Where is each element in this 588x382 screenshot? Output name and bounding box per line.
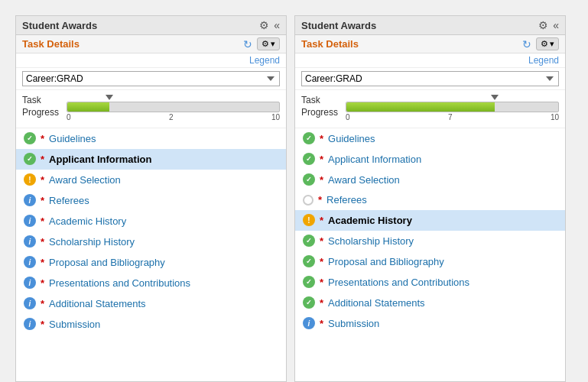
required-marker: * [41, 319, 44, 330]
nav-item-label-award-selection: Award Selection [49, 174, 121, 186]
panel-title: Student Awards [301, 20, 376, 31]
status-info-icon [24, 194, 36, 206]
required-marker: * [41, 215, 44, 227]
progress-thumb-icon [491, 95, 499, 100]
nav-item-label-applicant-information: Applicant Information [328, 154, 421, 165]
gear-icon[interactable]: ⚙ [259, 19, 269, 31]
nav-item-academic-history[interactable]: * Academic History [295, 210, 565, 231]
nav-item-academic-history[interactable]: * Academic History [16, 211, 286, 231]
nav-item-guidelines[interactable]: * Guidelines [16, 128, 286, 149]
progress-track[interactable] [346, 102, 559, 112]
nav-item-label-academic-history: Academic History [328, 215, 412, 226]
nav-item-applicant-information[interactable]: * Applicant Information [16, 149, 286, 170]
panel-header: Student Awards⚙« [295, 16, 565, 35]
nav-item-submission[interactable]: * Submission [16, 314, 286, 335]
status-complete-icon [303, 296, 315, 309]
progress-thumb-row [67, 95, 280, 100]
nav-item-label-academic-history: Academic History [49, 215, 126, 227]
nav-item-applicant-information[interactable]: * Applicant Information [295, 149, 565, 170]
dropdown-arrow-icon: ▾ [271, 39, 275, 49]
status-warning-icon [24, 173, 36, 186]
career-select[interactable]: Career:GRAD [22, 71, 280, 86]
required-marker: * [320, 215, 323, 226]
required-marker: * [41, 257, 44, 268]
legend-row: Legend [16, 53, 286, 68]
progress-fill [67, 102, 109, 112]
status-info-icon [24, 277, 36, 289]
nav-item-award-selection[interactable]: * Award Selection [295, 170, 565, 190]
panel-left: Student Awards⚙«Task Details↻⚙▾LegendCar… [15, 15, 287, 382]
required-marker: * [41, 174, 44, 186]
progress-track[interactable] [67, 102, 280, 112]
nav-item-presentations-contributions[interactable]: * Presentations and Contributions [295, 272, 565, 293]
career-row: Career:GRAD [16, 68, 286, 90]
progress-label: Task Progress [301, 95, 339, 118]
panel-title: Student Awards [22, 20, 97, 31]
panel-header-icons: ⚙« [538, 19, 559, 31]
nav-item-label-presentations-contributions: Presentations and Contributions [49, 277, 190, 289]
nav-item-label-submission: Submission [49, 319, 100, 330]
status-warning-icon [303, 214, 315, 226]
legend-row: Legend [295, 53, 565, 68]
panel-header-icons: ⚙« [259, 19, 280, 31]
progress-thumb-row [346, 95, 559, 100]
career-select[interactable]: Career:GRAD [301, 71, 559, 86]
task-details-controls: ↻⚙▾ [522, 37, 559, 50]
status-complete-icon [303, 153, 315, 165]
required-marker: * [320, 133, 323, 144]
legend-link[interactable]: Legend [249, 55, 280, 66]
progress-marker: 7 [448, 113, 453, 121]
progress-track-area: 0210 [67, 95, 280, 121]
nav-item-proposal-bibliography[interactable]: * Proposal and Bibliography [295, 251, 565, 272]
status-complete-icon [303, 235, 315, 247]
nav-item-referees[interactable]: * Referees [295, 190, 565, 210]
nav-item-guidelines[interactable]: * Guidelines [295, 128, 565, 149]
refresh-icon[interactable]: ↻ [243, 38, 252, 50]
status-complete-icon [303, 173, 315, 186]
gear-small-icon: ⚙ [541, 39, 548, 49]
nav-item-label-referees: Referees [49, 195, 89, 206]
progress-section: Task Progress0210 [16, 90, 286, 128]
dropdown-arrow-icon: ▾ [550, 39, 554, 49]
required-marker: * [41, 154, 44, 165]
nav-item-label-award-selection: Award Selection [328, 174, 400, 186]
nav-item-presentations-contributions[interactable]: * Presentations and Contributions [16, 273, 286, 293]
required-marker: * [320, 256, 323, 267]
nav-item-label-guidelines: Guidelines [328, 133, 375, 144]
nav-item-label-presentations-contributions: Presentations and Contributions [328, 277, 469, 288]
progress-thumb-icon [106, 95, 113, 100]
progress-markers: 0710 [346, 113, 559, 121]
panel-header: Student Awards⚙« [16, 16, 286, 35]
nav-item-submission[interactable]: * Submission [295, 313, 565, 334]
settings-dropdown-button[interactable]: ⚙▾ [536, 37, 559, 50]
status-complete-icon [303, 132, 315, 144]
nav-item-scholarship-history[interactable]: * Scholarship History [16, 231, 286, 252]
refresh-icon[interactable]: ↻ [522, 38, 531, 50]
nav-item-label-scholarship-history: Scholarship History [328, 235, 414, 247]
nav-item-label-additional-statements: Additional Statements [49, 298, 145, 309]
settings-dropdown-button[interactable]: ⚙▾ [257, 37, 280, 50]
nav-item-award-selection[interactable]: * Award Selection [16, 170, 286, 190]
task-details-label: Task Details [22, 38, 80, 50]
progress-marker: 0 [67, 113, 71, 121]
career-row: Career:GRAD [295, 68, 565, 90]
nav-item-label-referees: Referees [326, 194, 367, 206]
status-complete-icon [303, 276, 315, 288]
collapse-icon[interactable]: « [553, 19, 559, 31]
legend-link[interactable]: Legend [528, 55, 559, 66]
progress-marker: 0 [346, 113, 350, 121]
progress-marker: 2 [169, 113, 174, 121]
task-details-label: Task Details [301, 38, 359, 50]
nav-item-additional-statements[interactable]: * Additional Statements [16, 293, 286, 314]
gear-icon[interactable]: ⚙ [538, 19, 548, 31]
required-marker: * [320, 154, 323, 165]
collapse-icon[interactable]: « [274, 19, 280, 31]
nav-item-proposal-bibliography[interactable]: * Proposal and Bibliography [16, 252, 286, 273]
nav-item-referees[interactable]: * Referees [16, 190, 286, 211]
task-details-bar: Task Details↻⚙▾ [295, 35, 565, 53]
nav-list: * Guidelines* Applicant Information* Awa… [295, 128, 565, 334]
nav-item-scholarship-history[interactable]: * Scholarship History [295, 231, 565, 251]
nav-list: * Guidelines* Applicant Information* Awa… [16, 128, 286, 335]
nav-item-additional-statements[interactable]: * Additional Statements [295, 293, 565, 313]
required-marker: * [41, 195, 44, 206]
